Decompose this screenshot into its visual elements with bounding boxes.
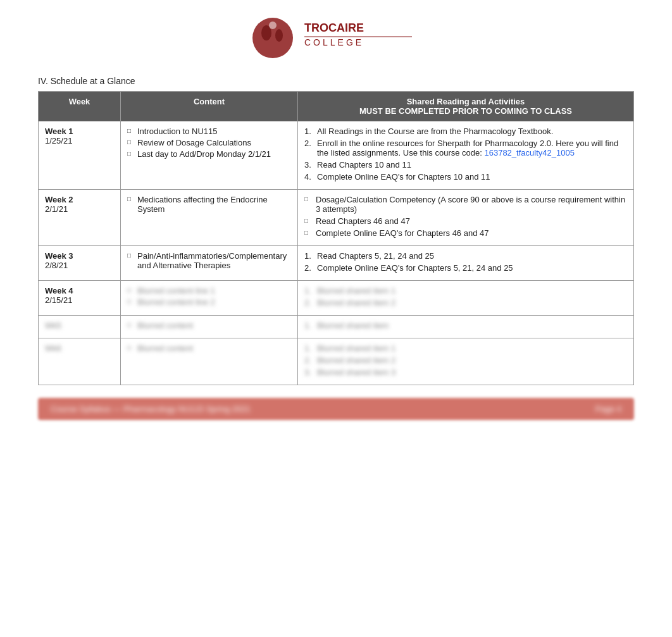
- list-item: 2. Blurred shared item 2: [304, 356, 627, 365]
- list-item: Blurred content line 2: [127, 297, 291, 307]
- week-cell: Wk6: [39, 338, 121, 385]
- week-cell: Week 32/8/21: [39, 246, 121, 281]
- content-cell: Medications affecting the Endocrine Syst…: [121, 190, 298, 246]
- week-cell: Week 11/25/21: [39, 121, 121, 190]
- header-shared: Shared Reading and Activities MUST BE CO…: [298, 92, 634, 121]
- week-cell: Week 22/1/21: [39, 190, 121, 246]
- table-row: Week 32/8/21Pain/Anti-inflammatories/Com…: [39, 246, 634, 281]
- svg-text:COLLEGE: COLLEGE: [304, 37, 364, 47]
- header-content: Content: [121, 92, 298, 121]
- table-header-row: Week Content Shared Reading and Activiti…: [39, 92, 634, 121]
- university-logo: TROCAIRE COLLEGE: [247, 13, 425, 63]
- logo-container: TROCAIRE COLLEGE: [38, 13, 634, 63]
- list-item: Introduction to NU115: [127, 127, 291, 136]
- table-row: Wk6Blurred content1. Blurred shared item…: [39, 338, 634, 385]
- svg-point-2: [275, 29, 283, 42]
- schedule-table: Week Content Shared Reading and Activiti…: [38, 91, 634, 385]
- content-cell: Blurred content: [121, 338, 298, 385]
- list-item: Blurred content line 1: [127, 286, 291, 295]
- svg-text:TROCAIRE: TROCAIRE: [304, 22, 364, 34]
- footer-text-left: Course Syllabus — Pharmacology NU115 Spr…: [51, 404, 301, 414]
- shared-cell: 1. Blurred shared item 12. Blurred share…: [298, 338, 634, 385]
- content-cell: Pain/Anti-inflammatories/Complementary a…: [121, 246, 298, 281]
- list-item: 1. Read Chapters 5, 21, 24 and 25: [304, 251, 627, 261]
- shared-cell: Dosage/Calculation Competency (A score 9…: [298, 190, 634, 246]
- week-cell: Week 42/15/21: [39, 281, 121, 316]
- content-cell: Blurred content line 1Blurred content li…: [121, 281, 298, 316]
- list-item: Medications affecting the Endocrine Syst…: [127, 195, 291, 214]
- table-row: Week 42/15/21Blurred content line 1Blurr…: [39, 281, 634, 316]
- header-week: Week: [39, 92, 121, 121]
- list-item: 3. Blurred shared item 3: [304, 368, 627, 377]
- week-cell: Wk5: [39, 316, 121, 338]
- list-item: 1. All Readings in the Course are from t…: [304, 127, 627, 136]
- table-row: Week 11/25/21Introduction to NU115Review…: [39, 121, 634, 190]
- list-item: 1. Blurred shared item: [304, 321, 627, 330]
- list-item: 2. Complete Online EAQ's for Chapters 5,…: [304, 263, 627, 273]
- list-item: 1. Blurred shared item 1: [304, 343, 627, 353]
- list-item: 2. Blurred shared item 2: [304, 298, 627, 307]
- content-cell: Introduction to NU115Review of Dosage Ca…: [121, 121, 298, 190]
- list-item: Dosage/Calculation Competency (A score 9…: [304, 195, 627, 214]
- list-item: Last day to Add/Drop Monday 2/1/21: [127, 149, 291, 159]
- list-item: Complete Online EAQ's for Chapters 46 an…: [304, 228, 627, 238]
- list-item: 2.Enroll in the online resources for She…: [304, 139, 627, 158]
- footer-text-right: Page 4: [595, 404, 621, 414]
- list-item: 4. Complete Online EAQ's for Chapters 10…: [304, 172, 627, 182]
- table-row: Wk5Blurred content1. Blurred shared item: [39, 316, 634, 338]
- section-title: IV. Schedule at a Glance: [38, 76, 634, 86]
- list-item: Read Chapters 46 and 47: [304, 216, 627, 226]
- list-item: Blurred content: [127, 321, 291, 330]
- list-item: Review of Dosage Calculations: [127, 138, 291, 147]
- shared-cell: 1. Blurred shared item 12. Blurred share…: [298, 281, 634, 316]
- list-item: 3. Read Chapters 10 and 11: [304, 160, 627, 170]
- content-cell: Blurred content: [121, 316, 298, 338]
- shared-cell: 1. Blurred shared item: [298, 316, 634, 338]
- list-item: 1. Blurred shared item 1: [304, 286, 627, 295]
- shared-cell: 1. All Readings in the Course are from t…: [298, 121, 634, 190]
- svg-point-3: [269, 22, 277, 29]
- table-row: Week 22/1/21Medications affecting the En…: [39, 190, 634, 246]
- list-item: Blurred content: [127, 343, 291, 353]
- shared-cell: 1. Read Chapters 5, 21, 24 and 252. Comp…: [298, 246, 634, 281]
- footer-bar: Course Syllabus — Pharmacology NU115 Spr…: [38, 398, 634, 420]
- list-item: Pain/Anti-inflammatories/Complementary a…: [127, 251, 291, 270]
